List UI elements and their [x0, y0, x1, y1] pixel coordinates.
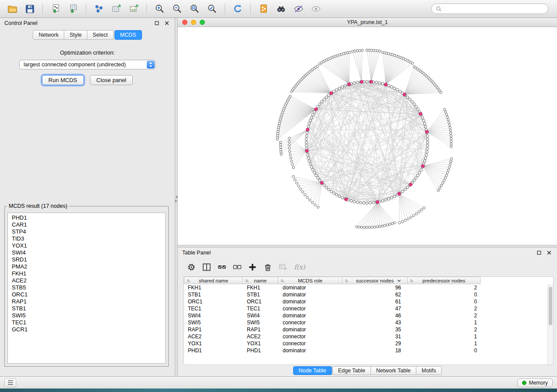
cell[interactable]: 2 — [409, 313, 482, 319]
cell[interactable]: dominator — [279, 285, 343, 291]
cell[interactable]: SWI5 — [184, 320, 243, 326]
tab-motifs[interactable]: Motifs — [416, 366, 442, 375]
new-table-button[interactable] — [108, 2, 124, 16]
cell[interactable]: 2 — [409, 306, 482, 312]
zoom-window-button[interactable] — [200, 20, 205, 25]
show-all-button[interactable] — [308, 2, 324, 16]
share-document-button[interactable] — [256, 2, 271, 16]
cell[interactable]: 61 — [343, 299, 409, 305]
close-table-panel-button[interactable] — [546, 249, 553, 256]
cell[interactable]: 35 — [343, 327, 409, 333]
mcds-result-item[interactable]: SWI4 — [12, 249, 165, 256]
cell[interactable]: TEC1 — [184, 306, 243, 312]
search-input[interactable] — [442, 5, 544, 12]
cell[interactable]: RAP1 — [184, 327, 243, 333]
table-row[interactable]: PHD1PHD1dominator180 — [184, 347, 553, 354]
column-header-name[interactable]: name — [242, 277, 278, 284]
mcds-result-item[interactable]: STB5 — [12, 284, 165, 291]
cell[interactable]: FKH1 — [243, 285, 279, 291]
cell[interactable]: YOX1 — [184, 340, 243, 347]
network-canvas[interactable] — [178, 27, 557, 245]
function-builder-button[interactable]: f(x) — [292, 261, 309, 274]
cell[interactable]: 62 — [343, 292, 409, 298]
cell[interactable]: 0 — [409, 299, 482, 305]
import-table-button[interactable] — [65, 2, 81, 16]
table-row[interactable]: SWI4SWI4dominator462 — [184, 312, 553, 319]
table-settings-button[interactable] — [185, 261, 198, 274]
mcds-result-item[interactable]: STB1 — [12, 305, 165, 312]
cell[interactable]: SWI5 — [243, 320, 279, 326]
cell[interactable]: PHD1 — [184, 347, 243, 354]
cell[interactable]: 1 — [409, 340, 482, 347]
cell[interactable]: TEC1 — [243, 306, 279, 312]
tab-network-table[interactable]: Network Table — [370, 366, 416, 375]
cell[interactable]: 2 — [409, 327, 482, 333]
run-mcds-button[interactable]: Run MCDS — [42, 75, 84, 85]
cell[interactable]: RAP1 — [243, 327, 279, 333]
refresh-button[interactable] — [230, 2, 246, 16]
tab-node-table[interactable]: Node Table — [293, 366, 332, 375]
cell[interactable]: STB1 — [243, 292, 279, 298]
tab-network[interactable]: Network — [33, 30, 64, 40]
save-session-button[interactable] — [22, 2, 38, 16]
tab-mcds[interactable]: MCDS — [114, 30, 142, 40]
minimize-window-button[interactable] — [191, 20, 196, 25]
import-network-button[interactable] — [48, 2, 63, 16]
cell[interactable]: dominator — [279, 313, 343, 319]
cell[interactable]: 29 — [343, 340, 409, 347]
zoom-fit-button[interactable] — [187, 2, 202, 16]
close-panel-button[interactable]: Close panel — [90, 75, 133, 85]
cell[interactable]: YOX1 — [243, 340, 279, 347]
cell[interactable]: connector — [279, 306, 343, 312]
tab-edge-table[interactable]: Edge Table — [332, 366, 371, 375]
cell[interactable]: connector — [279, 320, 343, 326]
mcds-result-item[interactable]: FKH1 — [12, 270, 165, 277]
float-panel-button[interactable] — [153, 20, 160, 27]
zoom-out-button[interactable] — [169, 2, 185, 16]
cell[interactable]: 18 — [343, 347, 409, 354]
table-row[interactable]: RAP1RAP1dominator352 — [184, 326, 553, 333]
cell[interactable]: PHD1 — [243, 347, 279, 354]
mcds-result-item[interactable]: SWI5 — [12, 312, 165, 319]
close-window-button[interactable] — [182, 20, 187, 25]
cell[interactable]: 2 — [409, 285, 482, 291]
mcds-result-item[interactable]: ORC1 — [12, 291, 165, 298]
cell[interactable]: ORC1 — [243, 299, 279, 305]
find-button[interactable] — [273, 2, 289, 16]
table-row[interactable]: ORC1ORC1dominator610 — [184, 298, 553, 305]
cell[interactable]: connector — [279, 334, 343, 340]
zoom-selected-button[interactable] — [204, 2, 220, 16]
cell[interactable]: connector — [279, 340, 343, 347]
cell[interactable]: FKH1 — [184, 285, 243, 291]
mcds-result-item[interactable]: PMA2 — [12, 263, 165, 270]
cell[interactable]: dominator — [279, 299, 343, 305]
mcds-result-item[interactable]: CAR1 — [12, 221, 165, 228]
cell[interactable]: SWI4 — [184, 313, 243, 319]
mcds-result-item[interactable]: PHD1 — [12, 214, 165, 221]
select-all-columns-button[interactable] — [215, 261, 228, 274]
cell[interactable]: 47 — [343, 306, 409, 312]
mcds-result-item[interactable]: STP4 — [12, 228, 165, 235]
tab-style[interactable]: Style — [64, 30, 87, 40]
table-row[interactable]: STB1STB1dominator620 — [184, 291, 553, 298]
cell[interactable]: ORC1 — [184, 299, 243, 305]
panel-splitter[interactable] — [175, 18, 178, 376]
column-header-shared-name[interactable]: shared name — [184, 277, 243, 284]
mcds-result-item[interactable]: RAP1 — [12, 298, 165, 305]
cell[interactable]: ACE2 — [243, 334, 279, 340]
table-row[interactable]: SWI5SWI5connector431 — [184, 319, 553, 326]
table-scrollbar[interactable] — [547, 284, 553, 364]
cell[interactable]: 0 — [409, 292, 482, 298]
cell[interactable]: 46 — [343, 313, 409, 319]
scrollbar-thumb[interactable] — [549, 287, 552, 325]
float-table-panel-button[interactable] — [536, 249, 543, 256]
cell[interactable]: 1 — [409, 320, 482, 326]
new-network-button[interactable] — [91, 2, 107, 16]
column-header-MCDS-role[interactable]: MCDS role — [278, 277, 343, 284]
cell[interactable]: dominator — [279, 327, 343, 333]
cell[interactable]: 96 — [343, 285, 409, 291]
cell[interactable]: 0 — [409, 347, 482, 354]
tab-select[interactable]: Select — [87, 30, 114, 40]
table-row[interactable]: YOX1YOX1connector291 — [184, 340, 553, 347]
table-row[interactable]: ACE2ACE2connector311 — [184, 333, 553, 340]
